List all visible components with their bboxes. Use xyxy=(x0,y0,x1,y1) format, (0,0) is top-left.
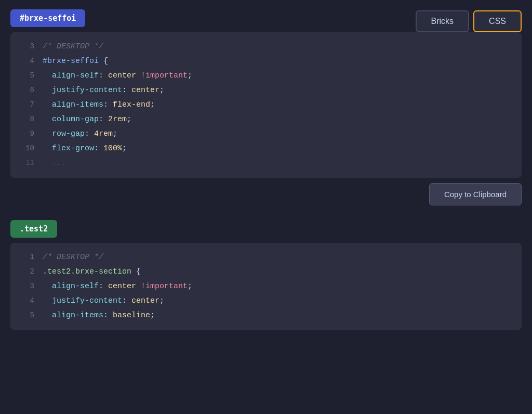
code-line: 7 align-items: flex-end; xyxy=(10,98,522,112)
css-tab[interactable]: CSS xyxy=(473,10,522,32)
section1-label: #brxe-seffoi xyxy=(10,9,85,27)
copy-to-clipboard-button[interactable]: Copy to Clipboard xyxy=(429,183,522,205)
line-number: 4 xyxy=(19,55,34,67)
code-line: 2.test2.brxe-section { xyxy=(10,265,522,279)
line-number: 9 xyxy=(19,128,34,139)
line-content: /* DESKTOP */ xyxy=(43,251,103,264)
line-content: .test2.brxe-section { xyxy=(43,266,141,278)
line-content: justify-content: center; xyxy=(43,295,164,307)
code-line: 1/* DESKTOP */ xyxy=(10,250,522,265)
section2-label-wrapper: .test2 xyxy=(0,211,532,243)
line-number: 2 xyxy=(19,266,34,277)
line-number: 1 xyxy=(19,251,34,263)
line-content: align-self: center !important; xyxy=(43,280,192,293)
line-number: 10 xyxy=(19,143,34,154)
code-line: 8 column-gap: 2rem; xyxy=(10,112,522,127)
line-content: #brxe-seffoi { xyxy=(43,55,108,68)
code-line: 9 row-gap: 4rem; xyxy=(10,127,522,141)
line-content: row-gap: 4rem; xyxy=(43,128,117,140)
section1-code-block: 3/* DESKTOP */4#brxe-seffoi {5 align-sel… xyxy=(10,32,522,178)
line-number: 4 xyxy=(19,295,34,306)
line-number: 3 xyxy=(19,280,34,292)
line-content: align-self: center !important; xyxy=(43,70,192,82)
section2-code-block: 1/* DESKTOP */2.test2.brxe-section {3 al… xyxy=(10,243,522,330)
code-line: 3 align-self: center !important; xyxy=(10,279,522,294)
code-line: 4 justify-content: center; xyxy=(10,294,522,308)
line-number: 3 xyxy=(19,41,34,52)
section2-label: .test2 xyxy=(10,220,57,238)
code-line: 5 align-items: baseline; xyxy=(10,308,522,323)
code-line: 6 justify-content: center; xyxy=(10,83,522,98)
tab-buttons: Bricks CSS xyxy=(416,10,522,32)
line-number: 11 xyxy=(19,157,34,169)
line-number: 6 xyxy=(19,84,34,96)
line-content: flex-grow: 100%; xyxy=(43,143,127,155)
code-line: 11 ... xyxy=(10,156,522,171)
code-line: 5 align-self: center !important; xyxy=(10,69,522,83)
code-line: 4#brxe-seffoi { xyxy=(10,54,522,69)
line-content: align-items: baseline; xyxy=(43,309,155,322)
line-number: 5 xyxy=(19,309,34,321)
line-number: 5 xyxy=(19,70,34,81)
code-line: 3/* DESKTOP */ xyxy=(10,40,522,54)
line-content: /* DESKTOP */ xyxy=(43,41,103,53)
copy-btn-container: Copy to Clipboard xyxy=(10,183,522,205)
line-content: ... xyxy=(43,157,66,170)
code-line: 10 flex-grow: 100%; xyxy=(10,141,522,156)
bricks-tab[interactable]: Bricks xyxy=(416,10,470,32)
line-content: justify-content: center; xyxy=(43,84,164,97)
line-number: 7 xyxy=(19,99,34,110)
line-content: column-gap: 2rem; xyxy=(43,113,131,126)
line-content: align-items: flex-end; xyxy=(43,99,155,111)
line-number: 8 xyxy=(19,113,34,125)
